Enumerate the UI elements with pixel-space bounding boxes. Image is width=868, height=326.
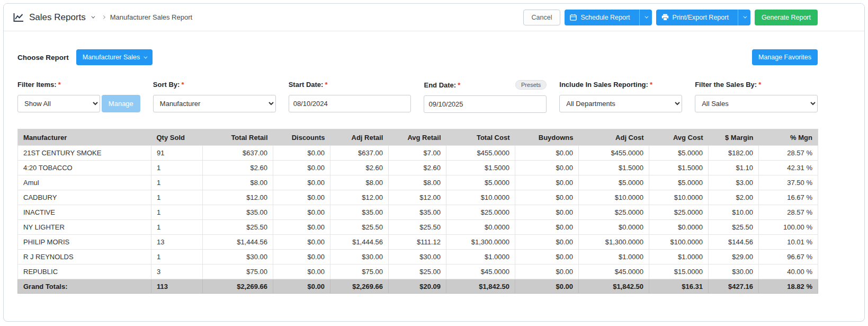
table-cell: 28.57 % <box>759 205 818 220</box>
table-cell: 28.57 % <box>759 146 818 161</box>
table-cell: $100.0000 <box>649 235 709 250</box>
table-cell: $25.0000 <box>579 205 649 220</box>
column-header: Avg Cost <box>649 129 709 146</box>
table-cell: 16.67 % <box>759 190 818 205</box>
table-cell: $144.56 <box>709 235 759 250</box>
filter-sales-by-label: Filter the Sales By: <box>695 81 757 89</box>
table-cell: $35.00 <box>330 205 389 220</box>
table-cell: $0.00 <box>515 235 579 250</box>
totals-cell: $1,842.50 <box>579 279 649 294</box>
start-date-label: Start Date: <box>289 81 324 89</box>
table-cell: $15.0000 <box>649 265 709 279</box>
table-cell: 10.01 % <box>759 235 818 250</box>
table-cell: CADBURY <box>18 190 151 205</box>
table-cell: $2.60 <box>389 161 446 175</box>
filter-sales-by-label-row: Filter the Sales By: * <box>695 80 818 89</box>
required-asterisk: * <box>650 81 652 89</box>
filter-sales-by-group: Filter the Sales By: * All Sales <box>695 80 818 113</box>
table-cell: $637.00 <box>203 146 273 161</box>
column-header: Total Retail <box>203 129 273 146</box>
filter-items-label-row: Filter Items: * <box>17 80 140 89</box>
column-header: Buydowns <box>515 129 579 146</box>
page-title: Sales Reports <box>29 12 86 23</box>
sort-by-group: Sort By: * Manufacturer <box>153 80 276 113</box>
column-header: Adj Cost <box>579 129 649 146</box>
start-date-input[interactable] <box>289 95 411 112</box>
table-cell: $637.00 <box>330 146 389 161</box>
print-export-report-button[interactable]: Print/Export Report <box>656 10 750 25</box>
table-header-row: ManufacturerQty SoldTotal RetailDiscount… <box>18 129 818 146</box>
table-cell: $25.50 <box>203 220 273 235</box>
filters-row: Filter Items: * Show All Manage Sort By:… <box>17 65 818 113</box>
filter-items-select[interactable]: Show All <box>17 95 100 112</box>
table-cell: $1.0000 <box>446 250 515 265</box>
include-in-sales-reporting-select[interactable]: All Departments <box>559 95 682 112</box>
table-cell: $12.00 <box>203 190 273 205</box>
table-cell: PHILIP MORIS <box>18 235 151 250</box>
chevron-down-icon[interactable] <box>91 15 95 19</box>
table-cell: $35.00 <box>389 205 446 220</box>
table-cell: $1.5000 <box>579 161 649 175</box>
print-export-label: Print/Export Report <box>673 14 729 21</box>
totals-cell: $0.00 <box>515 279 579 294</box>
table-cell: $0.00 <box>515 220 579 235</box>
table-cell: $10.0000 <box>446 190 515 205</box>
required-asterisk: * <box>58 81 61 89</box>
cancel-button[interactable]: Cancel <box>523 10 561 25</box>
totals-cell: $16.31 <box>649 279 709 294</box>
table-cell: $0.00 <box>273 190 330 205</box>
table-cell: 91 <box>151 146 203 161</box>
column-header: Adj Retail <box>330 129 389 146</box>
table-cell: 21ST CENTURY SMOKE <box>18 146 151 161</box>
table-cell: $1,300.0000 <box>446 235 515 250</box>
schedule-report-button[interactable]: Schedule Report <box>565 10 651 25</box>
filter-items-group: Filter Items: * Show All Manage <box>17 80 140 113</box>
generate-report-button[interactable]: Generate Report <box>755 10 818 25</box>
table-cell: $1.10 <box>709 161 759 175</box>
table-cell: $0.00 <box>515 265 579 279</box>
end-date-input[interactable] <box>424 95 547 113</box>
chevron-down-icon <box>144 55 148 58</box>
presets-button[interactable]: Presets <box>515 80 547 90</box>
column-header: Manufacturer <box>18 129 151 146</box>
include-in-sales-reporting-group: Include In Sales Reporting: * All Depart… <box>559 80 682 113</box>
table-cell: $25.50 <box>330 220 389 235</box>
schedule-report-main[interactable]: Schedule Report <box>565 10 635 25</box>
totals-cell: 113 <box>151 279 203 294</box>
table-cell: 1 <box>151 175 203 190</box>
include-label-row: Include In Sales Reporting: * <box>559 80 682 89</box>
table-cell: 37.50 % <box>759 175 818 190</box>
table-cell: $30.00 <box>709 265 759 279</box>
table-cell: $8.00 <box>203 175 273 190</box>
filter-sales-by-select[interactable]: All Sales <box>695 95 818 112</box>
table-cell: $0.00 <box>273 250 330 265</box>
manage-favorites-button[interactable]: Manage Favorites <box>752 49 818 65</box>
totals-cell: $20.09 <box>389 279 446 294</box>
table-row: 4:20 TOBACCO1$2.60$0.00$2.60$2.60$1.5000… <box>18 161 818 175</box>
required-asterisk: * <box>181 81 184 89</box>
table-cell: $455.0000 <box>579 146 649 161</box>
totals-cell: 18.82 % <box>759 279 818 294</box>
table-row: CADBURY1$12.00$0.00$12.00$12.00$10.0000$… <box>18 190 818 205</box>
table-cell: $0.0000 <box>649 220 709 235</box>
end-date-label-row: End Date: * Presets <box>424 80 547 90</box>
sort-by-select[interactable]: Manufacturer <box>153 95 276 112</box>
line-chart-icon <box>13 13 24 22</box>
table-cell: $0.00 <box>273 205 330 220</box>
report-type-label: Manufacturer Sales <box>83 54 140 61</box>
table-cell: $1,444.56 <box>203 235 273 250</box>
print-export-caret[interactable] <box>738 10 750 25</box>
manage-button[interactable]: Manage <box>102 95 140 112</box>
schedule-report-caret[interactable] <box>639 10 652 25</box>
table-cell: $25.50 <box>389 220 446 235</box>
table-cell: $45.0000 <box>579 265 649 279</box>
table-cell: $75.00 <box>330 265 389 279</box>
table-cell: $25.0000 <box>446 205 515 220</box>
totals-cell: $1,842.50 <box>446 279 515 294</box>
totals-cell: $0.00 <box>273 279 330 294</box>
table-cell: $3.00 <box>709 175 759 190</box>
table-cell: INACTIVE <box>18 205 151 220</box>
print-export-main[interactable]: Print/Export Report <box>656 10 734 25</box>
report-type-dropdown[interactable]: Manufacturer Sales <box>76 49 153 65</box>
include-in-sales-reporting-label: Include In Sales Reporting: <box>559 81 648 89</box>
